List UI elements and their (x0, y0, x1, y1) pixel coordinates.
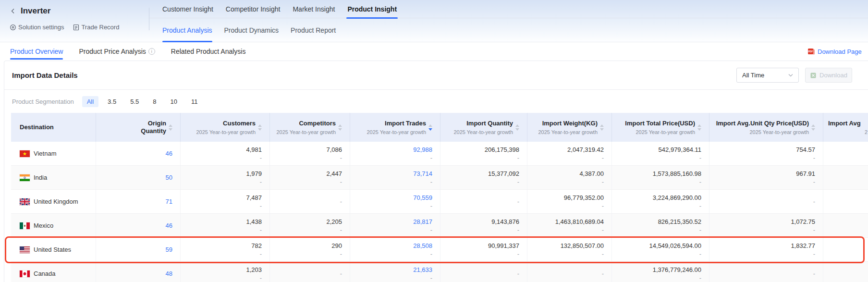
sort-control[interactable] (338, 124, 342, 131)
import-trades-cell: 92,988- (350, 142, 440, 165)
import-trades-link[interactable]: 28,508 (413, 242, 432, 250)
sort-control[interactable] (258, 124, 262, 131)
metric-value: 1,573,885,160.98 (653, 170, 701, 178)
sub-tab-bar: Product AnalysisProduct DynamicsProduct … (149, 18, 868, 42)
sub-tab-product-dynamics[interactable]: Product Dynamics (224, 18, 279, 42)
import-weight-kg-cell: 96,779,352.00- (527, 190, 612, 213)
sort-desc-icon (428, 128, 432, 131)
growth-value: - (602, 270, 604, 278)
origin-quantity-link[interactable]: 46 (166, 149, 172, 158)
origin-quantity-cell: 71 (96, 190, 181, 213)
segment-option-all[interactable]: All (82, 96, 98, 107)
sub-tab-product-analysis[interactable]: Product Analysis (162, 18, 212, 42)
main-tab-competitor-insight[interactable]: Competitor Insight (226, 0, 281, 18)
sort-control[interactable] (169, 124, 172, 131)
segment-option-3-5[interactable]: 3.5 (103, 96, 121, 107)
segment-option-8[interactable]: 8 (148, 96, 161, 107)
origin-quantity-link[interactable]: 71 (166, 197, 172, 206)
growth-value: - (430, 202, 432, 210)
growth-value: - (813, 226, 815, 234)
page-tab-related-product-analysis[interactable]: Related Product Analysis (171, 42, 246, 61)
page-tab-bar: Product OverviewProduct Price AnalysisiR… (0, 42, 868, 61)
origin-quantity-link[interactable]: 48 (166, 270, 172, 278)
import-avg-partial-cell (823, 262, 868, 282)
origin-quantity-cell: 59 (96, 238, 181, 261)
origin-quantity-link[interactable]: 59 (166, 245, 172, 254)
chevron-down-icon (788, 74, 793, 77)
customers-cell: 1,203- (181, 262, 270, 282)
import-trades-link[interactable]: 92,988 (413, 146, 432, 154)
excel-icon (810, 72, 817, 79)
header-left: Inverter Solution settings Trade Record (0, 0, 149, 42)
sort-asc-icon (600, 124, 604, 127)
time-filter-select[interactable]: All Time (736, 68, 799, 83)
growth-value: - (517, 270, 519, 278)
origin-quantity-link[interactable]: 50 (166, 173, 172, 182)
page-tab-product-overview[interactable]: Product Overview (10, 42, 63, 61)
growth-value: - (430, 178, 432, 186)
competitors-cell: 7,086- (270, 142, 350, 165)
import-trades-link[interactable]: 73,714 (413, 170, 432, 178)
origin-quantity-cell: 46 (96, 142, 181, 165)
destination-name: Vietnam (34, 150, 56, 157)
destination-name: Canada (34, 270, 56, 277)
sort-control[interactable] (697, 124, 701, 131)
sort-control[interactable] (515, 124, 519, 131)
table-row-canada: Canada481,203--21,633---1,376,779,246.00… (11, 262, 868, 282)
metric-value: 290 (331, 242, 342, 250)
solution-settings-label: Solution settings (18, 24, 64, 31)
column-header-competitors[interactable]: Competitors2025 Year-to-year growth (270, 113, 350, 142)
import-trades-link[interactable]: 28,817 (413, 218, 432, 226)
main-tab-product-insight[interactable]: Product Insight (347, 0, 397, 18)
origin-quantity-link[interactable]: 46 (166, 221, 172, 230)
destination-name: India (34, 174, 47, 181)
customers-cell: 1,979- (181, 166, 270, 189)
column-header-import-quantity[interactable]: Import Quantity2025 Year-to-year growth (440, 113, 527, 142)
growth-value: - (517, 226, 519, 234)
metric-value: 206,175,398 (485, 146, 519, 154)
sort-control[interactable] (428, 124, 432, 131)
tab-label: Competitor Insight (226, 5, 281, 13)
import-trades-link[interactable]: 70,559 (413, 194, 432, 202)
column-header-import-total-price-usd[interactable]: Import Total Price(USD)2025 Year-to-year… (612, 113, 709, 142)
download-button[interactable]: Download (805, 68, 852, 83)
sort-control[interactable] (811, 124, 815, 131)
tab-label: Product Price Analysis (79, 48, 146, 55)
column-header-import-avg-unit-qty-price-usd[interactable]: Import Avg.Unit Qty Price(USD)2025 Year-… (709, 113, 823, 142)
metric-value: 826,215,350.52 (658, 218, 701, 226)
column-header-customers[interactable]: Customers2025 Year-to-year growth (181, 113, 270, 142)
back-button[interactable] (10, 8, 16, 14)
import-weight-kg-cell: 4,387.00- (527, 166, 612, 189)
solution-settings-button[interactable]: Solution settings (10, 24, 64, 31)
sort-desc-icon (697, 128, 701, 131)
sort-desc-icon (811, 128, 815, 131)
import-avg-partial-cell (823, 238, 868, 261)
import-trades-cell: 70,559- (350, 190, 440, 213)
metric-value: 7,487 (246, 194, 262, 202)
trade-record-button[interactable]: Trade Record (73, 24, 119, 31)
document-icon (73, 24, 79, 31)
destination-cell: Mexico (11, 214, 96, 237)
segment-option-5-5[interactable]: 5.5 (125, 96, 144, 107)
column-header-import-trades[interactable]: Import Trades2025 Year-to-year growth (350, 113, 440, 142)
main-tab-customer-insight[interactable]: Customer Insight (162, 0, 213, 18)
column-header-import-weight-kg[interactable]: Import Weight(KG)2025 Year-to-year growt… (527, 113, 612, 142)
segment-option-11[interactable]: 11 (186, 96, 203, 107)
header-tabs: Customer InsightCompetitor InsightMarket… (149, 0, 868, 42)
info-icon[interactable]: i (148, 48, 155, 55)
page-tab-product-price-analysis[interactable]: Product Price Analysisi (79, 42, 155, 61)
metric-value: 4,981 (246, 146, 262, 154)
import-avg-partial-cell (823, 166, 868, 189)
table-body: Vietnam464,981-7,086-92,988-206,175,398-… (11, 142, 868, 282)
main-tab-market-insight[interactable]: Market Insight (293, 0, 335, 18)
import-trades-link[interactable]: 21,633 (413, 266, 432, 274)
column-title: Competitors2025 Year-to-year growth (276, 120, 336, 135)
segment-option-10[interactable]: 10 (165, 96, 182, 107)
sub-tab-product-report[interactable]: Product Report (291, 18, 336, 42)
download-page-button[interactable]: PDF Download Page (807, 42, 862, 61)
import-trades-cell: 73,714- (350, 166, 440, 189)
column-title: Destination (20, 123, 54, 131)
column-header-origin-quantity[interactable]: OriginQuantity (96, 113, 181, 142)
sort-control[interactable] (600, 124, 604, 131)
destination-cell: India (11, 166, 96, 189)
